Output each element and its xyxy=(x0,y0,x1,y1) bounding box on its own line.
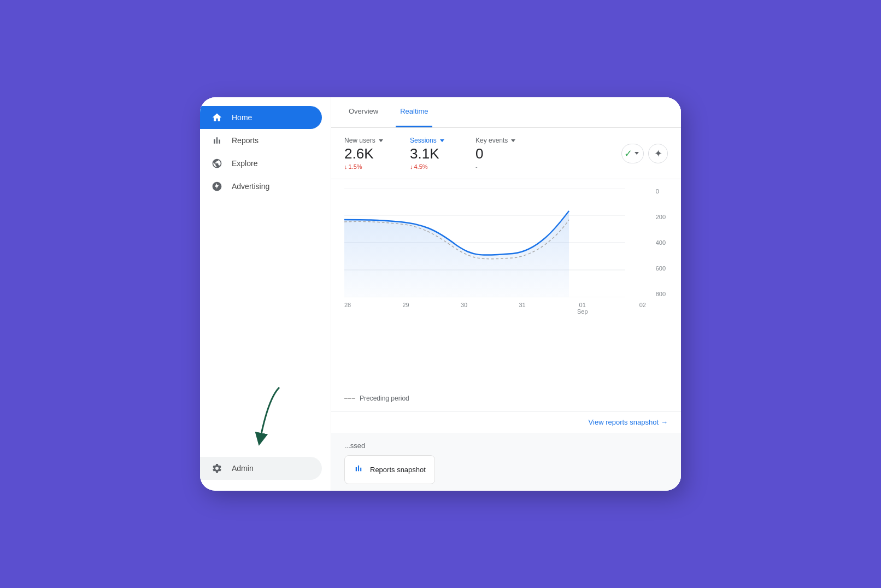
arrow-annotation xyxy=(230,382,296,455)
recently-cards: Reports snapshot xyxy=(344,455,668,484)
metric-new-users: New users 2.6K ↓ 1.5% xyxy=(344,137,388,170)
verified-check-icon: ✓ xyxy=(624,148,632,160)
explore-icon xyxy=(211,157,223,169)
metric-new-users-change: ↓ 1.5% xyxy=(344,163,388,170)
tab-realtime[interactable]: Realtime xyxy=(396,97,432,127)
sidebar-bottom: Admin xyxy=(200,457,331,491)
sidebar-item-reports-label: Reports xyxy=(232,136,259,145)
verified-dropdown-icon xyxy=(635,152,639,155)
x-label-28: 28 xyxy=(344,302,351,315)
sparkle-button[interactable]: ✦ xyxy=(648,144,668,163)
view-reports-label: View reports snapshot xyxy=(589,418,659,426)
advertising-icon xyxy=(211,180,223,192)
y-label-200: 200 xyxy=(656,214,666,220)
line-chart xyxy=(344,188,668,297)
y-label-800: 800 xyxy=(656,291,666,297)
y-label-0: 0 xyxy=(656,188,666,195)
y-label-600: 600 xyxy=(656,265,666,272)
chart-x-axis: 28 29 30 31 01Sep 02 xyxy=(344,299,668,315)
metrics-row: New users 2.6K ↓ 1.5% Sessions 3.1K ↓ xyxy=(331,128,681,179)
sidebar: Home Reports Explore Advertising xyxy=(200,97,331,491)
legend-preceding-period: Preceding period xyxy=(360,395,409,402)
sidebar-item-admin-label: Admin xyxy=(232,464,254,473)
key-events-dropdown-icon xyxy=(511,139,515,142)
sidebar-item-home-label: Home xyxy=(232,113,252,122)
chart-container: 800 600 400 200 0 xyxy=(344,188,668,390)
sidebar-item-reports[interactable]: Reports xyxy=(200,129,322,152)
recently-accessed-section: ...ssed Reports snapshot xyxy=(331,433,681,491)
sessions-dropdown-icon xyxy=(440,139,444,142)
reports-snapshot-icon xyxy=(354,463,363,476)
view-reports-arrow-icon: → xyxy=(661,418,668,426)
x-label-30: 30 xyxy=(461,302,467,315)
x-label-31: 31 xyxy=(519,302,525,315)
home-icon xyxy=(211,111,223,124)
metric-sessions-value: 3.1K xyxy=(410,145,454,162)
chart-area: 800 600 400 200 0 xyxy=(331,179,681,411)
verified-button[interactable]: ✓ xyxy=(621,144,644,163)
bar-chart-icon xyxy=(211,134,223,146)
recently-card-reports-snapshot[interactable]: Reports snapshot xyxy=(344,455,435,484)
metric-sessions-change: ↓ 4.5% xyxy=(410,163,454,170)
metric-sessions: Sessions 3.1K ↓ 4.5% xyxy=(410,137,454,170)
metric-key-events: Key events 0 - xyxy=(475,137,519,170)
sidebar-item-home[interactable]: Home xyxy=(200,106,322,129)
metric-sessions-label[interactable]: Sessions xyxy=(410,137,454,144)
new-users-change-arrow-icon: ↓ xyxy=(344,163,348,170)
tab-overview[interactable]: Overview xyxy=(344,97,383,127)
recently-card-label: Reports snapshot xyxy=(370,466,426,474)
sidebar-item-advertising-label: Advertising xyxy=(232,182,269,191)
metric-new-users-label[interactable]: New users xyxy=(344,137,388,144)
tab-bar: Overview Realtime xyxy=(331,97,681,128)
sidebar-item-explore-label: Explore xyxy=(232,159,257,168)
x-label-01-sep: 01Sep xyxy=(577,302,588,315)
metric-key-events-label[interactable]: Key events xyxy=(475,137,519,144)
sidebar-nav: Home Reports Explore Advertising xyxy=(200,106,331,198)
legend-dashed-line xyxy=(344,398,355,399)
chart-y-axis: 800 600 400 200 0 xyxy=(656,188,668,297)
x-label-02: 02 xyxy=(639,302,646,315)
main-content: Overview Realtime New users 2.6K ↓ 1.5% xyxy=(331,97,681,491)
metric-actions: ✓ ✦ xyxy=(621,144,668,163)
x-label-29: 29 xyxy=(402,302,409,315)
new-users-dropdown-icon xyxy=(379,139,383,142)
main-card: Home Reports Explore Advertising xyxy=(200,97,681,491)
y-label-400: 400 xyxy=(656,239,666,246)
sidebar-item-explore[interactable]: Explore xyxy=(200,152,322,175)
metric-key-events-value: 0 xyxy=(475,145,519,162)
view-reports-snapshot-link[interactable]: View reports snapshot → xyxy=(331,411,681,433)
metric-new-users-value: 2.6K xyxy=(344,145,388,162)
sparkle-icon: ✦ xyxy=(654,148,662,160)
chart-legend: Preceding period xyxy=(344,395,668,402)
gear-icon xyxy=(211,462,223,474)
metric-key-events-change: - xyxy=(475,163,519,170)
sidebar-item-advertising[interactable]: Advertising xyxy=(200,175,322,198)
recently-accessed-title: ...ssed xyxy=(344,442,668,450)
sidebar-item-admin[interactable]: Admin xyxy=(200,457,322,480)
sessions-change-arrow-icon: ↓ xyxy=(410,163,413,170)
